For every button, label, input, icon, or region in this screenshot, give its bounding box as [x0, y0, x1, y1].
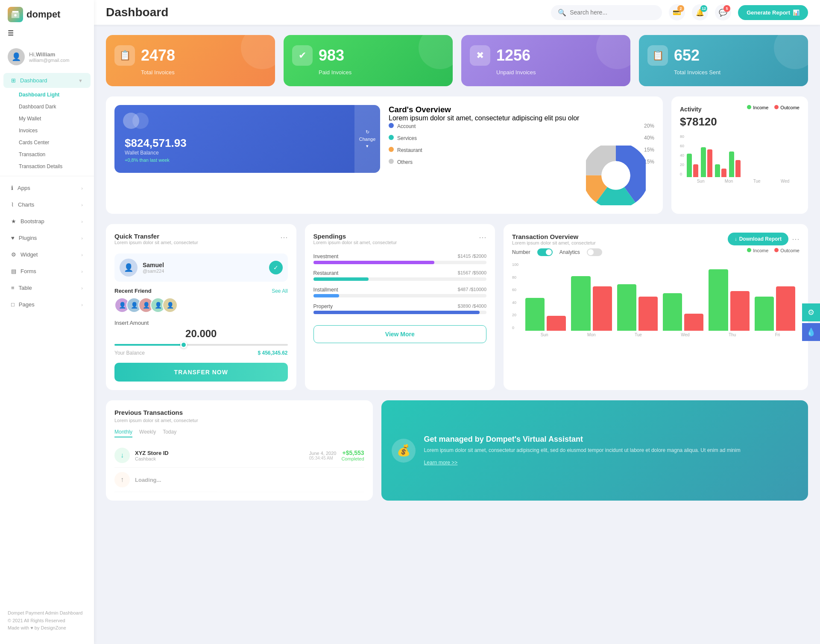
- tx-overview-title: Transaction Overview: [512, 233, 596, 240]
- tx-bar-chart: Sun Mon Tue Wed Thu Fri: [521, 262, 800, 337]
- user-greeting: Hi,William: [29, 51, 69, 58]
- chevron-right-icon: ›: [81, 269, 83, 274]
- hamburger-menu[interactable]: ☰: [0, 29, 94, 44]
- paid-invoices-icon: ✔: [292, 45, 313, 66]
- toggle-number[interactable]: [537, 248, 553, 256]
- main-content: Dashboard 🔍 💳 2 🔔 12 💬 5 Generate Report…: [94, 0, 820, 644]
- tx-more-options-icon[interactable]: ⋯: [792, 234, 800, 244]
- sidebar-sub-dashboard-light[interactable]: Dashboard Light: [0, 89, 94, 101]
- view-more-button[interactable]: View More: [313, 325, 487, 343]
- sidebar-sub-transaction-details[interactable]: Transaction Details: [0, 160, 94, 172]
- generate-report-button[interactable]: Generate Report 📊: [738, 5, 808, 20]
- select-contact-button[interactable]: ✓: [269, 261, 283, 274]
- samuel-username: @sam224: [143, 268, 164, 274]
- spendings-more-icon[interactable]: ⋯: [479, 233, 486, 242]
- sidebar-sub-invoices[interactable]: Invoices: [0, 125, 94, 137]
- va-learn-more-link[interactable]: Learn more >>: [424, 460, 458, 466]
- unpaid-invoices-label: Unpaid Invoices: [496, 69, 622, 76]
- bar-sun-outcome: [693, 164, 698, 177]
- search-box[interactable]: 🔍: [551, 5, 662, 20]
- wallet-change: +0,8% than last week: [125, 157, 370, 163]
- sidebar-footer: Dompet Payment Admin Dashboard © 2021 Al…: [0, 604, 94, 637]
- stat-card-paid-invoices: ✔ 983 Paid Invoices: [284, 35, 453, 86]
- installment-bar: [313, 294, 340, 297]
- bar-groups: [687, 134, 800, 177]
- friend-avatar-5: 👤: [162, 297, 178, 313]
- activity-title: Activity: [680, 106, 702, 113]
- app-logo-text: dompet: [26, 9, 60, 20]
- tab-weekly[interactable]: Weekly: [139, 429, 156, 437]
- sidebar-sub-dashboard-dark[interactable]: Dashboard Dark: [0, 101, 94, 113]
- toggle-analytics[interactable]: [587, 248, 602, 256]
- sidebar-item-label: Plugins: [19, 235, 37, 241]
- transfer-now-button[interactable]: TRANSFER NOW: [114, 363, 288, 382]
- wallet-amount: $824,571.93: [125, 137, 370, 150]
- sidebar-sub-my-wallet[interactable]: My Wallet: [0, 113, 94, 125]
- sidebar-item-charts[interactable]: ⌇ Charts ›: [3, 197, 91, 212]
- activity-chart-wrapper: 020406080: [680, 134, 800, 184]
- sidebar-item-forms[interactable]: ▤ Forms ›: [3, 264, 91, 279]
- chevron-right-icon: ›: [81, 286, 83, 291]
- recent-friend-label: Recent Friend: [114, 288, 152, 294]
- sidebar-sub-transaction[interactable]: Transaction: [0, 149, 94, 160]
- right-float-buttons: ⚙ 💧: [802, 303, 820, 341]
- change-button[interactable]: ↻ Change ▾: [354, 105, 380, 173]
- see-all-link[interactable]: See All: [272, 288, 287, 294]
- sidebar-item-table[interactable]: ≡ Table ›: [3, 280, 91, 295]
- sidebar-item-bootstrap[interactable]: ★ Bootstrap ›: [3, 214, 91, 229]
- samuel-name: Samuel: [143, 262, 164, 268]
- message-icon-btn[interactable]: 💬 5: [715, 4, 731, 20]
- tx-status: Completed: [341, 456, 364, 461]
- tab-monthly[interactable]: Monthly: [114, 429, 132, 437]
- tx-amount-section: +$5,553 Completed: [341, 449, 364, 461]
- sidebar-sub-cards-center[interactable]: Cards Center: [0, 137, 94, 149]
- sidebar-item-plugins[interactable]: ♥ Plugins ›: [3, 230, 91, 245]
- table-row-2: ↑ Loading...: [114, 468, 364, 492]
- spendings-card: Spendings Lorem ipsum dolor sit amet, co…: [305, 224, 495, 390]
- total-sent-label: Total Invoices Sent: [674, 69, 800, 76]
- sidebar-item-pages[interactable]: □ Pages ›: [3, 297, 91, 312]
- activity-legend: Income Outcome: [747, 105, 800, 110]
- tx-bar-mon: [571, 276, 612, 331]
- user-email: william@gmail.com: [29, 58, 69, 63]
- activity-panel: Activity Income Outcome $78120 020406080: [671, 96, 808, 214]
- search-input[interactable]: [570, 9, 655, 16]
- water-drop-float-button[interactable]: 💧: [802, 323, 820, 341]
- unpaid-invoices-icon: ✖: [470, 45, 490, 66]
- quick-transfer-desc: Lorem ipsum dolor sit amet, consectetur: [114, 240, 198, 245]
- sidebar-item-widget[interactable]: ⚙ Widget ›: [3, 247, 91, 262]
- sidebar-item-apps[interactable]: ℹ Apps ›: [3, 181, 91, 195]
- prev-tx-desc: Lorem ipsum dolor sit amet, consectetur: [114, 418, 364, 423]
- tx-bar-sun-income: [525, 298, 545, 331]
- tx-type: Cashback: [135, 456, 304, 461]
- stats-row: 📋 2478 Total Invoices ✔ 983 Paid Invoice…: [106, 35, 808, 86]
- tx-bar-fri-income: [755, 297, 774, 331]
- quick-transfer-title: Quick Transfer: [114, 233, 198, 240]
- transaction-overview-card: Transaction Overview Lorem ipsum dolor s…: [504, 224, 808, 390]
- middle-row: $824,571.93 Wallet Balance +0,8% than la…: [106, 96, 808, 214]
- tab-today[interactable]: Today: [163, 429, 176, 437]
- tx-x-axis-labels: Sun Mon Tue Wed Thu Fri: [521, 332, 800, 337]
- tx-bar-mon-outcome: [593, 286, 612, 331]
- outcome-legend-label: Outcome: [780, 105, 800, 110]
- bottom-row: Quick Transfer Lorem ipsum dolor sit ame…: [106, 224, 808, 390]
- apps-icon: ℹ: [11, 185, 13, 191]
- change-label: Change: [359, 137, 376, 142]
- services-dot: [389, 135, 394, 140]
- amount-slider[interactable]: [114, 344, 288, 346]
- spending-investment: Investment $1415 /$2000: [313, 254, 487, 264]
- charts-icon: ⌇: [11, 201, 14, 208]
- tx-bar-mon-income: [571, 276, 590, 331]
- tx-bar-tue-income: [617, 284, 636, 331]
- bootstrap-icon: ★: [11, 218, 16, 224]
- download-report-button[interactable]: ↓ Download Report: [728, 233, 788, 245]
- settings-float-button[interactable]: ⚙: [802, 303, 820, 321]
- spendings-title: Spendings: [313, 233, 397, 240]
- sidebar-item-dashboard[interactable]: ⊞ Dashboard ▼: [3, 73, 91, 88]
- generate-report-label: Generate Report: [747, 9, 790, 16]
- more-options-icon[interactable]: ⋯: [280, 233, 288, 242]
- tx-cashback-icon: ↓: [114, 448, 130, 463]
- notification-icon-btn[interactable]: 🔔 12: [692, 4, 708, 20]
- wallet-icon-btn[interactable]: 💳 2: [669, 4, 685, 20]
- total-sent-number: 652: [674, 47, 700, 64]
